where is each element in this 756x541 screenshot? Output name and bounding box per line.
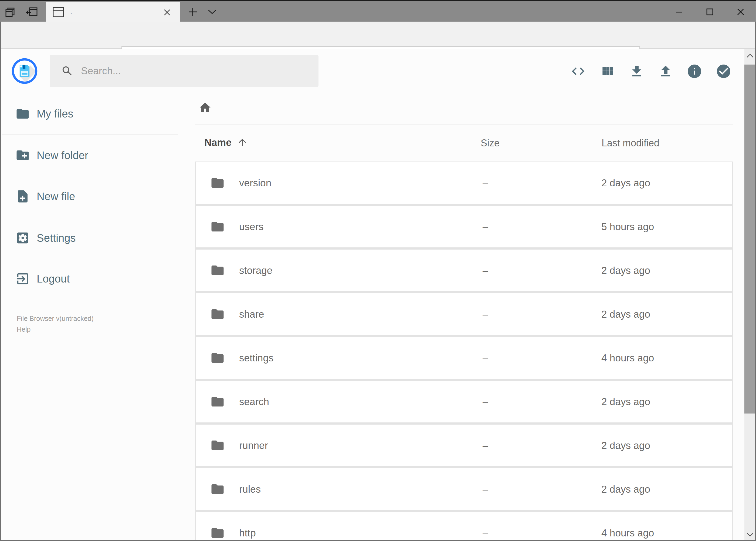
folder-icon	[210, 438, 225, 453]
file-name: users	[239, 221, 263, 233]
table-row[interactable]: rules – 2 days ago	[196, 468, 732, 510]
folder-icon	[210, 307, 225, 321]
download-icon	[629, 64, 644, 79]
file-name: share	[239, 309, 264, 320]
minimize-icon	[675, 8, 683, 16]
folder-icon	[210, 219, 225, 234]
file-name: http	[239, 527, 256, 539]
sidebar-item-my-files[interactable]: My files	[0, 105, 180, 122]
column-header-modified[interactable]: Last modified	[602, 138, 659, 149]
sidebar-item-logout[interactable]: Logout	[0, 270, 180, 287]
file-browser-app: My files New folder New file Settings	[0, 49, 756, 541]
browser-tab[interactable]: .	[46, 2, 180, 22]
download-button[interactable]	[628, 63, 645, 80]
column-header-size[interactable]: Size	[481, 138, 500, 149]
upload-button[interactable]	[657, 63, 674, 80]
folder-icon	[210, 176, 225, 190]
upload-icon	[658, 64, 673, 79]
file-browser-logo[interactable]	[12, 58, 38, 84]
sidebar-item-new-folder[interactable]: New folder	[0, 147, 180, 164]
file-name: search	[239, 396, 269, 407]
sidebar-divider	[2, 134, 178, 135]
file-modified: 2 days ago	[601, 484, 650, 495]
search-box[interactable]	[50, 55, 319, 87]
file-size: –	[483, 440, 488, 451]
tabs-preview-button[interactable]	[4, 6, 17, 18]
app-version-text: File Browser v(untracked)	[17, 313, 94, 324]
maximize-button[interactable]	[704, 7, 716, 16]
file-modified: 4 hours ago	[601, 352, 654, 364]
logout-icon	[0, 271, 30, 286]
scrollbar-thumb[interactable]	[744, 65, 755, 413]
help-link[interactable]: Help	[17, 324, 94, 335]
file-size: –	[483, 527, 488, 539]
file-size: –	[483, 221, 488, 233]
tabs-preview-icon	[5, 6, 16, 18]
file-name: version	[239, 178, 271, 189]
table-row[interactable]: storage – 2 days ago	[196, 250, 732, 291]
window-border-left	[0, 22, 1, 541]
search-input[interactable]	[81, 65, 303, 77]
close-window-icon	[737, 8, 745, 16]
info-button[interactable]	[686, 63, 703, 80]
select-multiple-icon	[715, 63, 732, 79]
file-size: –	[483, 484, 488, 495]
sidebar-item-settings[interactable]: Settings	[0, 229, 180, 247]
folder-icon	[210, 394, 225, 409]
sidebar-item-label: Settings	[37, 232, 76, 244]
file-size: –	[483, 178, 488, 189]
tab-title: .	[70, 8, 72, 16]
table-row[interactable]: share – 2 days ago	[196, 293, 732, 335]
sidebar-item-label: New folder	[37, 149, 88, 162]
shell-icon	[571, 64, 586, 79]
file-modified: 2 days ago	[601, 309, 650, 320]
folder-icon	[210, 263, 225, 277]
file-size: –	[483, 265, 488, 276]
file-modified: 2 days ago	[601, 440, 650, 451]
listing-divider	[195, 124, 733, 125]
folder-icon	[210, 350, 225, 365]
sidebar-item-label: Logout	[37, 273, 70, 285]
table-row[interactable]: users – 5 hours ago	[196, 206, 732, 248]
new-folder-icon	[0, 148, 30, 163]
grid-view-button[interactable]	[599, 63, 616, 80]
new-file-icon	[0, 189, 30, 204]
sidebar-divider	[2, 218, 178, 218]
page-scrollbar[interactable]	[744, 49, 755, 541]
column-header-name[interactable]: Name	[204, 137, 232, 148]
sidebar-footer: File Browser v(untracked) Help	[17, 313, 94, 335]
home-breadcrumb-icon	[199, 101, 212, 114]
sort-ascending-icon[interactable]	[237, 137, 248, 148]
tab-bar: .	[0, 0, 756, 22]
maximize-icon	[706, 8, 714, 16]
tab-list-button[interactable]	[206, 6, 219, 18]
file-modified: 5 hours ago	[601, 221, 654, 233]
scroll-up-icon[interactable]	[746, 53, 754, 58]
set-tabs-aside-button[interactable]	[25, 6, 38, 18]
minimize-button[interactable]	[673, 7, 685, 16]
sidebar-item-new-file[interactable]: New file	[0, 188, 180, 205]
file-list: version – 2 days ago users – 5 hours ago…	[195, 162, 733, 541]
file-modified: 2 days ago	[601, 265, 650, 276]
folder-icon	[0, 106, 30, 121]
select-multiple-button[interactable]	[715, 63, 732, 80]
breadcrumb-home-button[interactable]	[199, 101, 212, 114]
browser-window: .	[0, 0, 756, 541]
file-name: runner	[239, 440, 268, 451]
new-tab-button[interactable]	[186, 6, 199, 18]
table-row[interactable]: http – 4 hours ago	[196, 512, 732, 541]
scroll-down-icon[interactable]	[746, 532, 754, 537]
tab-list-chevron-icon	[207, 9, 217, 15]
close-window-button[interactable]	[735, 7, 747, 16]
file-name: rules	[239, 484, 261, 495]
table-row[interactable]: search – 2 days ago	[196, 381, 732, 422]
file-name: storage	[239, 265, 272, 276]
close-tab-icon[interactable]	[163, 9, 171, 16]
file-size: –	[483, 352, 488, 364]
sidebar-item-label: My files	[37, 108, 74, 120]
table-row[interactable]: settings – 4 hours ago	[196, 337, 732, 379]
table-row[interactable]: version – 2 days ago	[196, 162, 732, 204]
shell-button[interactable]	[570, 63, 587, 80]
table-row[interactable]: runner – 2 days ago	[196, 425, 732, 466]
file-name: settings	[239, 352, 274, 364]
